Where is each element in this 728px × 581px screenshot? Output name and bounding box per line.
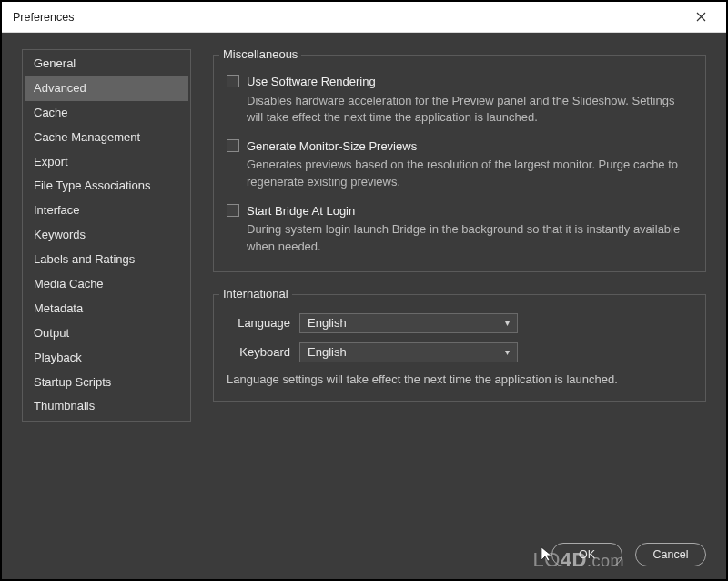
chevron-down-icon: ▾ <box>505 318 510 328</box>
select-value: English <box>308 316 347 330</box>
checkbox-monitor-size-previews[interactable] <box>227 139 239 152</box>
option-desc: Disables hardware acceleration for the P… <box>247 93 693 126</box>
checkbox-start-at-login[interactable] <box>227 204 239 217</box>
group-miscellaneous: Miscellaneous Use Software Rendering Dis… <box>213 55 706 272</box>
sidebar-item-output[interactable]: Output <box>25 321 188 346</box>
cancel-button[interactable]: Cancel <box>635 543 706 566</box>
select-language[interactable]: English ▾ <box>299 313 518 333</box>
option-monitor-size-previews: Generate Monitor-Size Previews Generates… <box>227 138 693 190</box>
option-content: Start Bridge At Login During system logi… <box>247 203 693 255</box>
sidebar-item-export[interactable]: Export <box>25 150 188 175</box>
option-desc: During system login launch Bridge in the… <box>247 221 693 254</box>
sidebar: General Advanced Cache Cache Management … <box>22 49 191 422</box>
window-title: Preferences <box>13 11 682 24</box>
sidebar-item-advanced[interactable]: Advanced <box>25 76 188 101</box>
option-label: Start Bridge At Login <box>247 203 693 219</box>
sidebar-item-playback[interactable]: Playback <box>25 346 188 371</box>
sidebar-item-general[interactable]: General <box>25 52 188 76</box>
close-button[interactable] <box>682 4 719 31</box>
option-label: Generate Monitor-Size Previews <box>247 138 693 155</box>
option-software-rendering: Use Software Rendering Disables hardware… <box>227 74 693 126</box>
close-icon <box>696 9 706 25</box>
sidebar-item-labels-and-ratings[interactable]: Labels and Ratings <box>25 248 188 272</box>
label-language: Language <box>227 316 290 330</box>
label-keyboard: Keyboard <box>227 345 290 359</box>
sidebar-item-startup-scripts[interactable]: Startup Scripts <box>25 371 188 395</box>
option-start-at-login: Start Bridge At Login During system logi… <box>227 203 693 255</box>
group-international: International Language English ▾ Keyboar… <box>213 294 706 402</box>
group-label: International <box>219 287 292 301</box>
option-label: Use Software Rendering <box>247 74 693 90</box>
row-keyboard: Keyboard English ▾ <box>227 342 693 362</box>
titlebar: Preferences <box>2 2 726 33</box>
cursor-icon <box>540 545 561 562</box>
sidebar-item-interface[interactable]: Interface <box>25 199 188 223</box>
row-language: Language English ▾ <box>227 313 693 333</box>
sidebar-item-file-type-associations[interactable]: File Type Associations <box>25 174 188 199</box>
ok-button[interactable]: OK <box>551 543 622 566</box>
option-desc: Generates previews based on the resoluti… <box>247 157 693 189</box>
select-keyboard[interactable]: English ▾ <box>299 342 518 362</box>
checkbox-software-rendering[interactable] <box>227 75 239 87</box>
option-content: Generate Monitor-Size Previews Generates… <box>247 138 693 190</box>
sidebar-item-cache-management[interactable]: Cache Management <box>25 126 188 150</box>
sidebar-item-media-cache[interactable]: Media Cache <box>25 272 188 297</box>
option-content: Use Software Rendering Disables hardware… <box>247 74 693 126</box>
footer-buttons: OK Cancel <box>551 543 706 566</box>
sidebar-item-cache[interactable]: Cache <box>25 101 188 126</box>
sidebar-item-keywords[interactable]: Keywords <box>25 223 188 248</box>
language-note: Language settings will take effect the n… <box>227 372 693 388</box>
sidebar-item-thumbnails[interactable]: Thumbnails <box>25 394 188 419</box>
sidebar-item-metadata[interactable]: Metadata <box>25 297 188 321</box>
preferences-window: Preferences General Advanced Cache Cache… <box>2 2 726 579</box>
dialog-body: General Advanced Cache Cache Management … <box>2 33 726 579</box>
group-label: Miscellaneous <box>219 47 301 61</box>
select-value: English <box>308 345 347 359</box>
main-panel: Miscellaneous Use Software Rendering Dis… <box>213 49 706 568</box>
chevron-down-icon: ▾ <box>505 347 510 357</box>
